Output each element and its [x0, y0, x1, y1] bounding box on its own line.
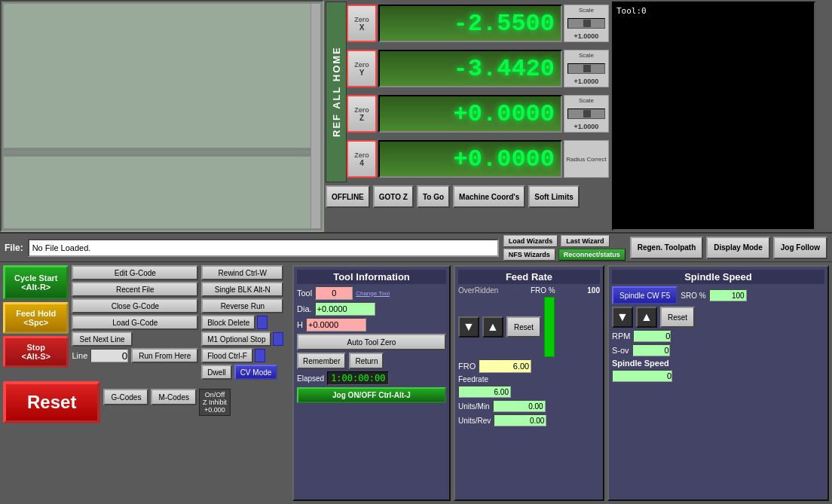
- flood-button[interactable]: Flood Ctrl-F: [201, 348, 253, 363]
- fro-down-button[interactable]: ▼: [458, 316, 479, 338]
- radius-label: Radius Correct: [566, 156, 606, 163]
- m1-optional-stop-button[interactable]: M1 Optional Stop: [201, 331, 271, 347]
- sro-input[interactable]: [709, 289, 747, 301]
- elapsed-label: Elapsed: [297, 374, 324, 383]
- line-value-row: Line Run From Here: [72, 348, 198, 363]
- line-label: Line: [72, 351, 87, 360]
- nfs-wizards-button[interactable]: NFS Wizards: [503, 249, 555, 261]
- scrollbar[interactable]: [310, 3, 321, 229]
- h-input[interactable]: [306, 318, 366, 331]
- stop-button[interactable]: Stop <Alt-S>: [3, 336, 69, 368]
- dia-row: Dia.: [297, 302, 446, 316]
- regen-toolpath-button[interactable]: Regen. Toolpath: [630, 237, 704, 259]
- dro-x-value: -2.5500: [454, 10, 555, 38]
- jog-follow-button[interactable]: Jog Follow: [773, 237, 827, 259]
- edit-buttons: Edit G-Code Recent File Close G-Code Loa…: [72, 265, 198, 363]
- fro-up-button[interactable]: ▲: [482, 316, 503, 338]
- tool-number-input[interactable]: [315, 286, 353, 300]
- single-blk-button[interactable]: Single BLK Alt-N: [201, 282, 283, 297]
- dwell-button[interactable]: Dwell: [201, 365, 231, 380]
- jog-on-off-button[interactable]: Jog ON/OFF Ctrl-Alt-J: [297, 387, 446, 403]
- rewind-button[interactable]: Rewind Ctrl-W: [201, 265, 283, 280]
- line-input[interactable]: [90, 349, 128, 362]
- dia-input[interactable]: [315, 302, 375, 316]
- gcode-mcode-row: G-Codes M-Codes On/Off Z Inhibit +0.000: [103, 389, 231, 416]
- spindle-controls-row: ▼ ▲ Reset: [612, 307, 824, 328]
- nfs-status-button[interactable]: Reconnect/status: [558, 249, 626, 261]
- rpm-input[interactable]: [633, 330, 671, 342]
- display-mode-button[interactable]: Display Mode: [706, 237, 769, 259]
- feed-hold-shortcut: <Spc>: [13, 318, 59, 327]
- zero-z-button[interactable]: Zero Z: [347, 95, 377, 133]
- spindle-cw-row: Spindle CW F5 SRO %: [612, 286, 824, 304]
- reverse-run-button[interactable]: Reverse Run: [201, 298, 283, 313]
- dro-y-display: -3.4420: [378, 50, 562, 87]
- fro-input[interactable]: [479, 359, 531, 373]
- axis-label-y: Y: [359, 69, 365, 77]
- zero-y-button[interactable]: Zero Y: [347, 50, 377, 87]
- feed-hold-button[interactable]: Feed Hold <Spc>: [3, 302, 69, 334]
- last-wizard-button[interactable]: Last Wizard: [561, 235, 609, 247]
- set-next-line-button[interactable]: Set Next Line: [72, 331, 132, 347]
- close-gcode-button[interactable]: Close G-Code: [72, 298, 198, 313]
- m1-indicator: [273, 332, 283, 346]
- load-gcode-button[interactable]: Load G-Code: [72, 315, 198, 330]
- zero-label-z: Zero: [354, 106, 369, 114]
- file-label: File:: [5, 243, 23, 253]
- spindle-reset-button[interactable]: Reset: [660, 307, 695, 328]
- s-ov-input[interactable]: [632, 344, 670, 356]
- dro-4-display: +0.0000: [378, 140, 562, 178]
- spindle-down-button[interactable]: ▼: [612, 307, 633, 328]
- offline-button[interactable]: OFFLINE: [326, 185, 370, 208]
- file-input[interactable]: [28, 239, 499, 257]
- machine-coords-button[interactable]: Machine Coord's: [453, 185, 525, 208]
- ref-label[interactable]: REF ALL HOME: [326, 2, 347, 182]
- zero-4-button[interactable]: Zero 4: [347, 140, 377, 178]
- goto-z-button[interactable]: GOTO Z: [373, 185, 414, 208]
- m-codes-button[interactable]: M-Codes: [151, 389, 197, 405]
- run-from-here-button[interactable]: Run From Here: [131, 348, 198, 363]
- cycle-btns: Cycle Start <Alt-R> Feed Hold <Spc> Stop…: [3, 265, 69, 368]
- cycle-start-button[interactable]: Cycle Start <Alt-R>: [3, 265, 69, 300]
- controls-panel: Cycle Start <Alt-R> Feed Hold <Spc> Stop…: [3, 265, 289, 501]
- radius-correct-box: Radius Correct: [564, 140, 609, 178]
- return-button[interactable]: Return: [349, 353, 384, 369]
- overridden-label: OverRidden: [458, 286, 498, 295]
- to-go-button[interactable]: To Go: [417, 185, 450, 208]
- dia-label: Dia.: [297, 304, 312, 313]
- load-wizards-button[interactable]: Load Wizards: [503, 235, 558, 247]
- wizard-row-2: NFS Wizards Reconnect/status: [503, 249, 626, 261]
- wizard-buttons: Load Wizards Last Wizard NFS Wizards Rec…: [503, 235, 626, 261]
- spindle-cw-button[interactable]: Spindle CW F5: [612, 286, 678, 304]
- block-delete-button[interactable]: Block Delete: [201, 315, 255, 330]
- tool-info-panel: Tool Information Tool Change Tool Dia. H…: [292, 265, 451, 501]
- scale-y-slider[interactable]: [567, 63, 605, 74]
- scale-z-slider[interactable]: [567, 108, 605, 119]
- scale-x-box: Scale +1.0000: [564, 5, 609, 42]
- fro-reset-button[interactable]: Reset: [506, 316, 541, 338]
- wizard-row-1: Load Wizards Last Wizard: [503, 235, 626, 247]
- reset-button[interactable]: Reset: [3, 381, 100, 423]
- axis-label-x: X: [359, 23, 365, 32]
- tool-display-panel: Tool:0: [612, 2, 815, 231]
- dro-row-y: Zero Y -3.4420 Scale +1.0000: [347, 47, 609, 90]
- remember-button[interactable]: Remember: [297, 353, 346, 369]
- cycle-start-label: Cycle Start: [14, 273, 57, 283]
- scale-x-slider[interactable]: [567, 18, 605, 29]
- soft-limits-button[interactable]: Soft Limits: [528, 185, 580, 208]
- units-min-input[interactable]: [493, 400, 546, 412]
- g-codes-button[interactable]: G-Codes: [103, 389, 148, 405]
- auto-tool-zero-button[interactable]: Auto Tool Zero: [297, 334, 446, 350]
- spindle-up-button[interactable]: ▲: [636, 307, 657, 328]
- line-row: Set Next Line: [72, 331, 198, 347]
- edit-gcode-button[interactable]: Edit G-Code: [72, 265, 198, 280]
- tool-info-title: Tool Information: [297, 270, 446, 284]
- units-rev-input[interactable]: [494, 414, 546, 426]
- cycle-start-shortcut: <Alt-R>: [14, 283, 57, 292]
- change-tool-link[interactable]: Change Tool: [356, 290, 390, 297]
- recent-file-button[interactable]: Recent File: [72, 282, 198, 297]
- spindle-speed-input[interactable]: [612, 370, 672, 382]
- cv-mode-button[interactable]: CV Mode: [234, 365, 278, 380]
- feedrate-input[interactable]: [458, 386, 511, 398]
- zero-x-button[interactable]: Zero X: [347, 5, 377, 42]
